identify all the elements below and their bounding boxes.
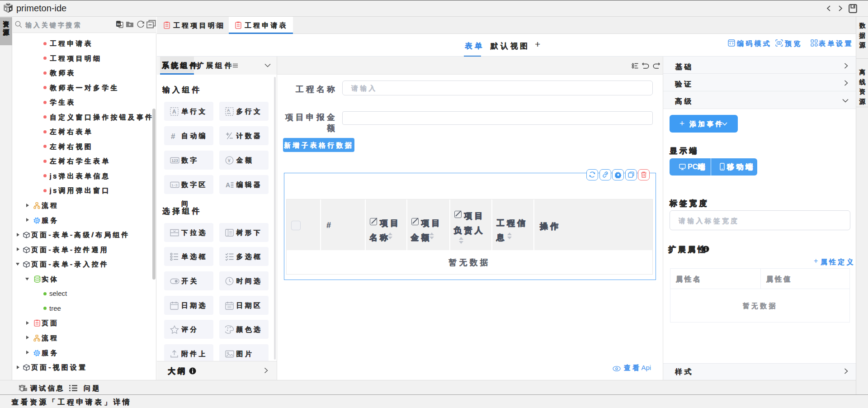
svg-text:A: A — [227, 108, 230, 113]
svg-text:A: A — [172, 109, 176, 115]
svg-text:1~3: 1~3 — [171, 183, 178, 187]
svg-text:A: A — [226, 181, 230, 189]
svg-text:¥: ¥ — [227, 157, 231, 163]
svg-text:123: 123 — [172, 158, 178, 163]
svg-text:#: # — [171, 132, 175, 140]
svg-text:in: in — [117, 22, 120, 26]
